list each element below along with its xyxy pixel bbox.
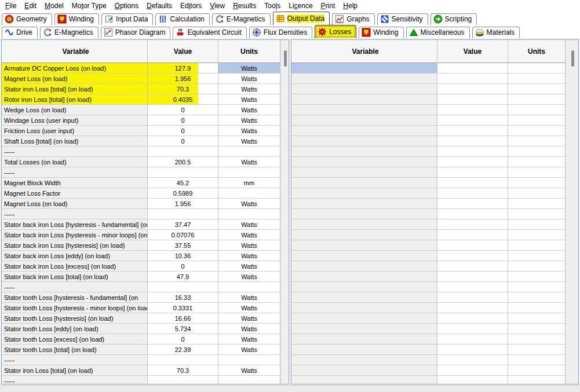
value-cell[interactable]: 22.39 <box>148 345 218 355</box>
units-cell[interactable] <box>508 115 566 126</box>
value-cell[interactable] <box>148 355 218 365</box>
units-cell[interactable]: Watts <box>218 84 280 94</box>
value-cell[interactable]: 200.5 <box>148 157 218 167</box>
value-cell[interactable]: 0.3331 <box>148 303 218 313</box>
variable-cell[interactable]: Stator back iron Loss [hysteresis - mino… <box>2 230 148 240</box>
units-cell[interactable] <box>508 355 566 365</box>
variable-cell[interactable] <box>291 261 437 272</box>
units-cell[interactable] <box>508 282 566 292</box>
value-cell[interactable] <box>437 355 508 365</box>
value-cell[interactable]: 0 <box>148 126 218 136</box>
value-cell[interactable] <box>437 303 508 313</box>
value-cell[interactable] <box>437 292 508 303</box>
units-cell[interactable] <box>218 376 280 384</box>
menu-tools[interactable]: Tools <box>264 2 280 10</box>
value-cell[interactable]: 37.55 <box>148 240 218 251</box>
value-cell[interactable] <box>437 240 508 251</box>
value-cell[interactable] <box>148 282 218 292</box>
value-cell[interactable] <box>148 376 218 384</box>
variable-cell[interactable]: Stator back iron Loss [excess] (on load) <box>2 261 148 272</box>
units-cell[interactable]: Watts <box>218 136 280 146</box>
variable-cell[interactable] <box>291 136 437 146</box>
value-cell[interactable]: 1.956 <box>148 199 218 209</box>
units-cell[interactable] <box>508 188 566 199</box>
variable-cell[interactable]: Shaft Loss [total] (on load) <box>2 136 148 146</box>
value-cell[interactable] <box>437 313 508 324</box>
tab-miscellaneous[interactable]: Miscellaneous <box>406 27 470 38</box>
value-cell[interactable]: 10.36 <box>148 251 218 261</box>
menu-print[interactable]: Print <box>321 2 335 10</box>
value-cell[interactable] <box>437 74 508 84</box>
value-cell[interactable] <box>437 209 508 219</box>
units-cell[interactable] <box>218 209 280 219</box>
variable-cell[interactable]: Rotor iron Loss [total] (on load) <box>2 94 148 105</box>
units-cell[interactable] <box>508 126 566 136</box>
units-cell[interactable] <box>508 105 566 115</box>
variable-cell[interactable] <box>291 199 437 209</box>
left-table-scrollbar[interactable] <box>280 40 289 384</box>
value-cell[interactable]: 37.47 <box>148 219 218 230</box>
units-cell[interactable]: Watts <box>218 251 280 261</box>
value-cell[interactable] <box>148 209 218 219</box>
tab-flux-densities[interactable]: Flux Densities <box>249 27 312 38</box>
value-cell[interactable]: 0 <box>148 261 218 272</box>
value-cell[interactable] <box>437 188 508 199</box>
variable-cell[interactable] <box>291 63 437 74</box>
units-cell[interactable]: Watts <box>218 105 280 115</box>
tab-e-magnetics[interactable]: E-Magnetics <box>212 13 271 25</box>
value-cell[interactable]: 45.2 <box>148 178 218 188</box>
variable-cell[interactable] <box>291 157 437 167</box>
units-cell[interactable]: mm <box>218 178 280 188</box>
tab-scripting[interactable]: Scripting <box>431 13 477 25</box>
variable-cell[interactable]: Magnet Loss (on load) <box>2 74 148 84</box>
units-cell[interactable]: Watts <box>218 199 280 209</box>
value-cell[interactable] <box>437 146 508 157</box>
value-cell[interactable] <box>437 251 508 261</box>
variable-cell[interactable]: Stator back iron Loss [hysteresis - fund… <box>2 219 148 230</box>
variable-cell[interactable] <box>291 376 437 384</box>
units-cell[interactable] <box>508 292 566 303</box>
value-cell[interactable] <box>437 136 508 146</box>
units-cell[interactable]: Watts <box>218 345 280 355</box>
variable-cell[interactable] <box>291 146 437 157</box>
value-cell[interactable] <box>437 105 508 115</box>
variable-cell[interactable]: Stator tooth Loss [hysteresis] (on load) <box>2 313 148 324</box>
value-cell[interactable] <box>437 365 508 376</box>
units-cell[interactable] <box>508 219 566 230</box>
units-cell[interactable] <box>508 63 566 74</box>
value-cell[interactable] <box>437 261 508 272</box>
value-cell[interactable] <box>437 334 508 345</box>
units-cell[interactable]: Watts <box>218 219 280 230</box>
units-cell[interactable]: Watts <box>218 94 280 105</box>
variable-cell[interactable]: Stator back iron Loss [hysteresis] (on l… <box>2 240 148 251</box>
variable-cell[interactable] <box>291 303 437 313</box>
value-cell[interactable] <box>437 157 508 167</box>
units-cell[interactable] <box>508 84 566 94</box>
variable-cell[interactable] <box>291 115 437 126</box>
menu-results[interactable]: Results <box>233 2 256 10</box>
value-cell[interactable]: 16.33 <box>148 292 218 303</box>
units-cell[interactable] <box>508 345 566 355</box>
variable-cell[interactable] <box>291 230 437 240</box>
variable-cell[interactable]: ----- <box>2 376 148 384</box>
units-cell[interactable] <box>508 334 566 345</box>
value-cell[interactable] <box>437 324 508 334</box>
units-cell[interactable]: Watts <box>218 365 280 376</box>
variable-cell[interactable] <box>291 94 437 105</box>
value-cell[interactable]: 0.5989 <box>148 188 218 199</box>
units-cell[interactable] <box>218 282 280 292</box>
units-cell[interactable] <box>508 157 566 167</box>
variable-cell[interactable]: ----- <box>2 355 148 365</box>
units-cell[interactable] <box>218 355 280 365</box>
variable-cell[interactable]: Magnet Block Width <box>2 178 148 188</box>
menu-file[interactable]: File <box>5 2 16 10</box>
variable-cell[interactable]: ----- <box>2 282 148 292</box>
units-cell[interactable] <box>508 251 566 261</box>
variable-cell[interactable] <box>291 272 437 282</box>
units-cell[interactable]: Watts <box>218 230 280 240</box>
menu-defaults[interactable]: Defaults <box>147 2 172 10</box>
variable-cell[interactable]: Stator iron Loss [total] (on load) <box>2 84 148 94</box>
units-cell[interactable]: Watts <box>218 126 280 136</box>
menu-edit[interactable]: Edit <box>24 2 37 10</box>
value-cell[interactable] <box>437 219 508 230</box>
